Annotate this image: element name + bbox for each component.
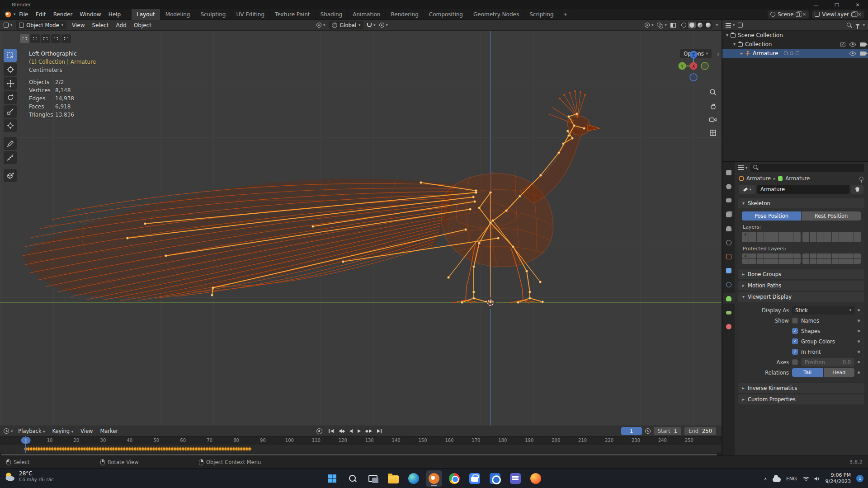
layer-cell[interactable]	[817, 253, 824, 258]
minimize-button[interactable]: —	[806, 0, 826, 9]
hide-eye-icon[interactable]	[849, 52, 856, 56]
tab-object-data[interactable]	[723, 293, 735, 304]
firefox-button[interactable]	[528, 470, 544, 487]
menu-window[interactable]: Window	[76, 10, 104, 19]
layer-cell[interactable]	[742, 253, 749, 258]
scene-selector[interactable]: Scene ×	[768, 10, 809, 19]
outlook-button[interactable]	[487, 470, 503, 487]
new-viewlayer-icon[interactable]	[851, 12, 855, 17]
animate-dot[interactable]	[858, 319, 860, 322]
menu-object[interactable]: Object	[132, 22, 153, 28]
chrome-button[interactable]	[446, 470, 462, 487]
layer-cell[interactable]	[839, 237, 846, 242]
layer-cell[interactable]	[779, 253, 786, 258]
layer-cell[interactable]	[824, 232, 831, 237]
layer-cell[interactable]	[846, 232, 853, 237]
keyframe-band[interactable]	[0, 445, 722, 453]
exclude-checkbox[interactable]: ✓	[840, 42, 845, 47]
camera-view-icon[interactable]	[709, 117, 717, 124]
tab-physics[interactable]	[723, 279, 735, 290]
layer-cell[interactable]	[854, 232, 861, 237]
custom-properties-header[interactable]: ▸ Custom Properties	[738, 394, 864, 404]
orientation-select[interactable]: Global ▾	[329, 21, 363, 29]
layer-cell[interactable]	[802, 237, 809, 242]
viewport-3d[interactable]: Left Orthographic (1) Collection | Armat…	[0, 31, 722, 426]
tab-rendering[interactable]: Rendering	[386, 9, 424, 20]
display-as-select[interactable]: Stick ▾	[792, 306, 854, 314]
timeline-editor-type-button[interactable]: ▾	[4, 428, 13, 434]
layer-cell[interactable]	[846, 259, 853, 264]
pan-hand-icon[interactable]	[709, 103, 717, 112]
weather-widget[interactable]: 28°C Có mây rải rác	[4, 470, 54, 483]
teams-button[interactable]	[507, 470, 524, 487]
outliner-editor-type-button[interactable]: ▾	[726, 23, 735, 28]
viewlayer-selector[interactable]: ViewLayer ×	[812, 10, 864, 19]
layer-cell[interactable]	[786, 237, 793, 242]
tab-layout[interactable]: Layout	[132, 9, 160, 20]
pose-position-button[interactable]: Pose Position	[742, 211, 801, 221]
layer-cell[interactable]	[810, 237, 816, 242]
layer-cell[interactable]	[742, 237, 749, 242]
tab-shading[interactable]: Shading	[316, 9, 348, 20]
jump-to-start-button[interactable]	[327, 427, 335, 435]
animate-dot[interactable]	[858, 351, 860, 353]
layer-cell[interactable]	[817, 232, 824, 237]
layer-cell[interactable]	[810, 253, 816, 258]
tab-animation[interactable]: Animation	[348, 9, 386, 20]
layer-cell[interactable]	[817, 237, 824, 242]
shapes-checkbox[interactable]: ✓	[792, 328, 798, 334]
layer-cell[interactable]	[786, 232, 793, 237]
menu-select[interactable]: Select	[90, 22, 111, 28]
edge-button[interactable]	[406, 470, 422, 487]
new-scene-icon[interactable]	[796, 12, 800, 17]
task-view-button[interactable]	[365, 470, 381, 487]
tab-uv-editing[interactable]: UV Editing	[231, 9, 270, 20]
relations-head-button[interactable]: Head	[824, 368, 855, 377]
menu-add[interactable]: Add	[114, 22, 128, 28]
layer-cell[interactable]	[771, 253, 778, 258]
layer-cell[interactable]	[786, 259, 793, 264]
menu-keying[interactable]: Keying ▾	[51, 428, 75, 434]
prev-keyframe-button[interactable]	[337, 427, 346, 435]
measure-tool[interactable]	[4, 151, 17, 164]
tab-object[interactable]	[723, 251, 735, 262]
relations-tail-button[interactable]: Tail	[792, 368, 823, 377]
xray-toggle-icon[interactable]	[670, 23, 676, 28]
layer-cell[interactable]	[793, 259, 800, 264]
menu-view[interactable]: View	[70, 22, 86, 28]
tab-texture-paint[interactable]: Texture Paint	[270, 9, 315, 20]
tab-scripting[interactable]: Scripting	[524, 9, 559, 20]
shading-material-button[interactable]	[696, 22, 704, 28]
sidebar-collapse-icon[interactable]: ‹	[717, 51, 719, 57]
cursor-tool[interactable]	[4, 63, 17, 76]
next-keyframe-button[interactable]	[364, 427, 373, 435]
layer-cell[interactable]	[757, 253, 764, 258]
tab-scene[interactable]	[723, 223, 735, 234]
annotate-tool[interactable]	[4, 137, 17, 150]
outliner-row-scene-collection[interactable]: ▾ Scene Collection	[722, 31, 868, 40]
layer-cell[interactable]	[779, 232, 786, 237]
tab-output[interactable]	[723, 195, 735, 206]
layer-cell[interactable]	[749, 259, 756, 264]
snap-toggle[interactable]: ▾	[367, 23, 375, 27]
play-reverse-button[interactable]	[348, 427, 354, 435]
clock-widget[interactable]: 9:06 PM 9/24/2023	[826, 472, 851, 485]
current-frame-box[interactable]: 1	[21, 437, 31, 444]
select-mode-new-button[interactable]	[20, 34, 29, 43]
names-checkbox[interactable]	[792, 318, 798, 324]
layer-cell[interactable]	[839, 253, 846, 258]
file-explorer-button[interactable]	[385, 470, 401, 487]
blender-taskbar-button[interactable]	[426, 470, 442, 487]
keyframe-diamond[interactable]	[247, 447, 252, 451]
editor-type-button[interactable]: ▾	[4, 23, 12, 28]
layer-cell[interactable]	[779, 259, 786, 264]
shading-solid-button[interactable]	[688, 22, 696, 28]
blender-logo-icon[interactable]	[4, 11, 12, 18]
layer-cell[interactable]	[802, 232, 809, 237]
rotate-tool[interactable]	[4, 91, 17, 104]
start-button[interactable]	[324, 470, 340, 487]
layer-cell[interactable]	[832, 253, 839, 258]
menu-playback[interactable]: Playback ▾	[16, 428, 47, 434]
zoom-icon[interactable]	[709, 89, 717, 98]
layer-cell[interactable]	[764, 253, 771, 258]
